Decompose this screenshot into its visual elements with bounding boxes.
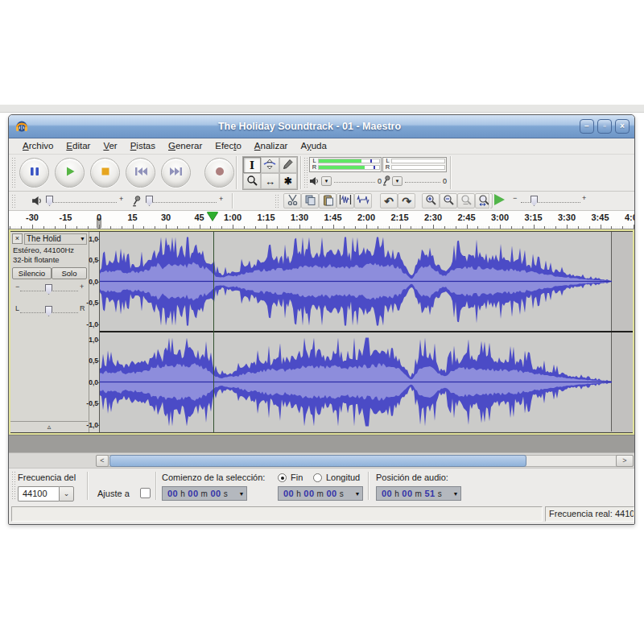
timeline-label: 1:30 xyxy=(291,213,308,222)
timeline-major-tick xyxy=(266,225,267,229)
snap-checkbox[interactable] xyxy=(140,488,151,498)
zoom-selection-button[interactable] xyxy=(457,193,475,208)
scroll-left-button[interactable]: < xyxy=(96,455,109,467)
zoom-in-button[interactable] xyxy=(422,193,440,208)
copy-button[interactable] xyxy=(301,193,319,208)
empty-track-space[interactable] xyxy=(9,435,634,452)
play-at-speed-button[interactable] xyxy=(494,194,505,205)
meter-level-fill xyxy=(319,166,365,169)
timeline-label: 3:00 xyxy=(491,213,509,222)
status-bar: Frecuencia real: 44100 xyxy=(9,503,634,524)
output-volume-slider[interactable] xyxy=(46,200,117,203)
edit-toolbar-grip[interactable] xyxy=(275,194,279,208)
scroll-right-button[interactable]: > xyxy=(616,455,634,467)
pan-slider-thumb[interactable] xyxy=(45,306,52,316)
track: × The Holid ▼ Estéreo, 44100Hz 32-bit fl… xyxy=(10,231,633,433)
pause-button[interactable] xyxy=(19,158,49,188)
rate-dropdown-icon[interactable]: ⌄ xyxy=(59,486,74,502)
maximize-button[interactable]: ▫ xyxy=(597,119,612,134)
multi-tool-button[interactable]: ✱ xyxy=(279,173,297,189)
menu-ver[interactable]: Ver xyxy=(97,139,123,153)
timeline-major-tick xyxy=(567,225,568,229)
rate-combobox[interactable]: 44100 ⌄ xyxy=(18,486,74,502)
paste-button[interactable] xyxy=(319,193,336,208)
output-volume-thumb[interactable] xyxy=(46,196,53,206)
redo-button[interactable]: ↷ xyxy=(398,193,415,208)
playback-meter-menu-button[interactable]: ▼ xyxy=(321,176,332,186)
menu-efecto[interactable]: Efecto xyxy=(208,139,248,153)
undo-button[interactable]: ↶ xyxy=(380,193,398,208)
play-button[interactable] xyxy=(55,158,85,188)
recording-meter[interactable]: LR xyxy=(382,157,447,172)
rewind-button[interactable] xyxy=(126,158,155,188)
menu-editar[interactable]: Editar xyxy=(60,139,97,153)
zoom-out-button[interactable] xyxy=(440,193,457,208)
timefield-dropdown-icon[interactable]: ▼ xyxy=(453,491,459,497)
transport-toolbar-grip[interactable] xyxy=(11,157,15,188)
selection-tool-button[interactable]: I xyxy=(243,157,261,173)
vertical-ruler[interactable] xyxy=(89,232,100,432)
envelope-tool-button[interactable] xyxy=(261,157,279,173)
timeline-mid-tick xyxy=(43,226,44,229)
playhead-marker-icon[interactable] xyxy=(207,212,218,221)
solo-button[interactable]: Solo xyxy=(52,267,87,279)
track-collapse-button[interactable]: ▵ xyxy=(10,421,88,432)
timeline-mid-tick xyxy=(122,226,122,229)
selection-toolbar-grip[interactable] xyxy=(11,471,15,501)
meter-channel-label: R xyxy=(311,164,318,171)
meter-toolbar-grip[interactable] xyxy=(303,157,308,188)
waveform-right-channel[interactable] xyxy=(100,332,633,431)
timefield-dropdown-icon[interactable]: ▼ xyxy=(355,491,361,497)
radio-end[interactable] xyxy=(278,473,287,482)
menu-generar[interactable]: Generar xyxy=(162,139,208,153)
mute-button[interactable]: Silencio xyxy=(12,267,52,279)
status-message xyxy=(11,506,543,522)
timeshift-tool-button[interactable]: ↔ xyxy=(261,173,279,189)
gain-slider-thumb[interactable] xyxy=(45,284,52,295)
record-button[interactable] xyxy=(204,158,234,188)
menu-pistas[interactable]: Pistas xyxy=(124,139,162,153)
cut-button[interactable] xyxy=(283,193,301,208)
input-volume-thumb[interactable] xyxy=(146,196,153,206)
radio-length[interactable] xyxy=(313,473,322,482)
input-volume-slider[interactable] xyxy=(146,200,217,203)
title-bar[interactable]: The Holiday Soundtrack - 01 - Maestro − … xyxy=(9,115,634,138)
toolbar-separator xyxy=(236,156,237,189)
close-button[interactable]: × xyxy=(615,119,630,134)
forward-button[interactable] xyxy=(161,158,191,188)
mixer-toolbar-grip[interactable] xyxy=(11,194,15,208)
selection-end-timefield[interactable]: 00h00m00s▼ xyxy=(278,486,363,501)
selection-start-timefield[interactable]: 00h00m00s▼ xyxy=(162,486,247,501)
track-name-menu[interactable]: The Holid ▼ xyxy=(24,233,87,245)
silence-button[interactable] xyxy=(354,193,372,208)
audio-position-timefield[interactable]: 00h00m51s▼ xyxy=(376,486,461,501)
menu-analizar[interactable]: Analizar xyxy=(248,139,295,153)
timeline-ruler[interactable]: -30-1501530451:001:151:301:452:002:152:3… xyxy=(9,211,634,229)
waveform-zone[interactable] xyxy=(100,232,633,432)
recording-meter-menu-button[interactable]: ▼ xyxy=(392,176,402,186)
timeline-major-tick xyxy=(333,225,334,229)
minimize-button[interactable]: − xyxy=(580,119,594,134)
playback-meter[interactable]: LR xyxy=(309,157,382,172)
trim-button[interactable] xyxy=(336,193,354,208)
multi-tool-icon: ✱ xyxy=(284,175,292,187)
paste-icon xyxy=(322,194,334,208)
window-title: The Holiday Soundtrack - 01 - Maestro xyxy=(41,121,578,132)
zoom-tool-button[interactable] xyxy=(243,173,261,189)
menu-archivo[interactable]: Archivo xyxy=(16,139,60,153)
playback-speed-slider[interactable] xyxy=(521,200,580,203)
stop-button[interactable] xyxy=(90,158,120,188)
timeline-mid-tick xyxy=(311,226,312,229)
undo-icon: ↶ xyxy=(384,195,394,208)
toolbar-separator xyxy=(489,193,490,208)
draw-tool-button[interactable] xyxy=(279,157,297,173)
gain-min-label: − xyxy=(15,283,19,291)
track-close-button[interactable]: × xyxy=(12,233,23,244)
timefield-dropdown-icon[interactable]: ▼ xyxy=(239,491,245,497)
envelope-tool-icon xyxy=(263,159,276,172)
menu-ayuda[interactable]: Ayuda xyxy=(294,139,332,153)
snap-label: Ajuste a xyxy=(97,489,130,498)
horizontal-scrollbar-thumb[interactable] xyxy=(109,455,526,467)
waveform-left-channel[interactable] xyxy=(100,232,633,331)
playback-speed-thumb[interactable] xyxy=(530,196,538,206)
